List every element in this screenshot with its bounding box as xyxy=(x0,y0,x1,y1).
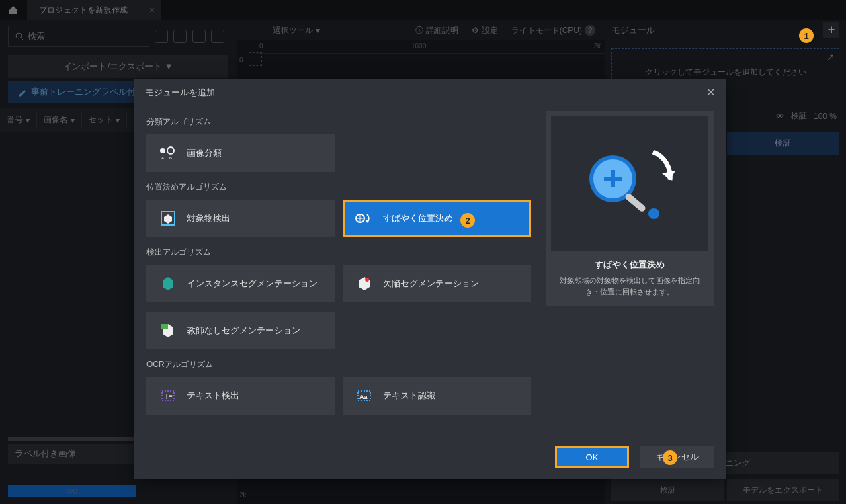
card-instance-segmentation[interactable]: インスタンスセグメンテーション xyxy=(146,265,335,302)
unsupervised-seg-icon xyxy=(159,321,177,340)
card-image-classification[interactable]: AB 画像分類 xyxy=(146,134,335,172)
card-text-detection[interactable]: T≡ テキスト検出 xyxy=(146,377,335,415)
ok-button[interactable]: OK xyxy=(555,446,629,468)
svg-marker-12 xyxy=(163,277,173,290)
preview-panel: すばやく位置決め 対象領域の対象物を検出して画像を指定向き・位置に回転させます。 xyxy=(546,111,714,424)
card-unsupervised-segmentation[interactable]: 教師なしセグメンテーション xyxy=(146,312,335,349)
dialog-title: モジュールを追加 xyxy=(145,87,215,99)
section-classification: 分類アルゴリズム xyxy=(146,116,532,128)
close-icon[interactable]: ✕ xyxy=(706,86,715,99)
card-defect-segmentation[interactable]: 欠陥セグメンテーション xyxy=(343,265,531,302)
defect-seg-icon xyxy=(355,274,374,293)
preview-description: 対象領域の対象物を検出して画像を指定向き・位置に回転させます。 xyxy=(551,275,708,301)
text-recognition-icon: Aa xyxy=(355,386,374,405)
svg-point-3 xyxy=(167,147,174,154)
fast-positioning-icon xyxy=(355,209,374,228)
svg-point-2 xyxy=(160,148,165,153)
preview-title: すばやく位置決め xyxy=(551,259,708,271)
preview-image xyxy=(551,116,708,251)
section-detection: 検出アルゴリズム xyxy=(146,247,532,258)
instance-seg-icon xyxy=(159,274,177,293)
callout-3: 3 xyxy=(663,450,677,465)
classification-icon: AB xyxy=(159,144,177,163)
svg-text:A: A xyxy=(161,156,164,160)
svg-point-14 xyxy=(365,278,369,282)
card-text-recognition[interactable]: Aa テキスト認識 xyxy=(343,377,531,415)
dialog-header: モジュールを追加 ✕ xyxy=(134,79,726,106)
callout-1: 1 xyxy=(799,28,814,43)
text-detection-icon: T≡ xyxy=(159,386,177,405)
callout-2: 2 xyxy=(460,213,475,228)
dialog-footer: OK キャンセル xyxy=(555,446,714,468)
svg-rect-25 xyxy=(624,192,647,213)
svg-marker-27 xyxy=(662,171,675,180)
section-ocr: OCRアルゴリズム xyxy=(146,359,532,370)
svg-text:B: B xyxy=(169,156,172,160)
svg-point-26 xyxy=(648,208,659,219)
svg-rect-16 xyxy=(161,324,168,329)
card-fast-positioning[interactable]: すばやく位置決め xyxy=(343,200,531,237)
card-object-detection[interactable]: 対象物検出 xyxy=(146,200,335,237)
add-module-dialog: モジュールを追加 ✕ 分類アルゴリズム AB 画像分類 位置決めアルゴリズム xyxy=(134,79,726,479)
section-positioning: 位置決めアルゴリズム xyxy=(146,181,532,193)
svg-text:T≡: T≡ xyxy=(165,393,173,401)
object-detection-icon xyxy=(159,209,177,228)
svg-marker-7 xyxy=(164,214,172,224)
svg-text:Aa: Aa xyxy=(359,394,368,401)
